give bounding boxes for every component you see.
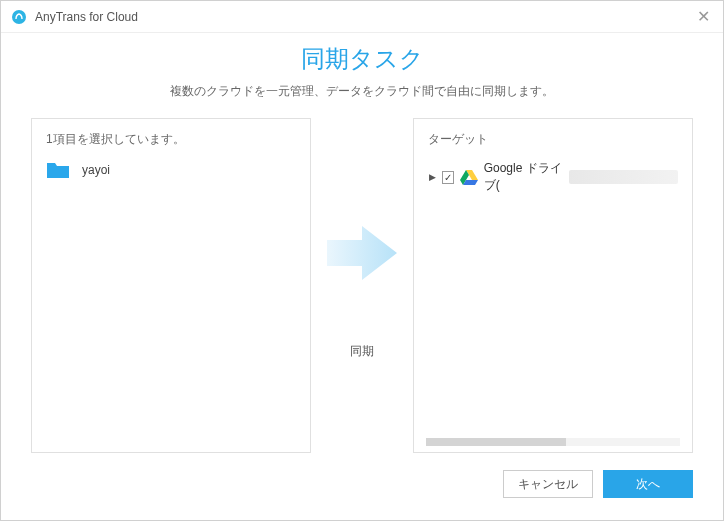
- page-subtitle: 複数のクラウドを一元管理、データをクラウド間で自由に同期します。: [1, 83, 723, 100]
- target-item[interactable]: ▶ ✓ Google ドライブ(: [428, 158, 678, 196]
- target-checkbox[interactable]: ✓: [442, 171, 453, 184]
- panels-row: 1項目を選択しています。 yayoi 同期: [1, 100, 723, 460]
- google-drive-icon: [460, 169, 478, 185]
- center-column: 同期: [311, 118, 413, 460]
- next-button[interactable]: 次へ: [603, 470, 693, 498]
- horizontal-scrollbar[interactable]: [426, 438, 680, 446]
- source-panel-header: 1項目を選択しています。: [46, 131, 296, 148]
- source-item-label: yayoi: [82, 163, 110, 177]
- close-icon[interactable]: ✕: [693, 7, 713, 27]
- target-panel-header: ターゲット: [428, 131, 678, 148]
- svg-point-0: [12, 10, 26, 24]
- cancel-button[interactable]: キャンセル: [503, 470, 593, 498]
- target-panel: ターゲット ▶ ✓ Google ドライブ(: [413, 118, 693, 453]
- source-panel: 1項目を選択しています。 yayoi: [31, 118, 311, 453]
- source-item[interactable]: yayoi: [46, 158, 296, 182]
- sync-label: 同期: [350, 343, 374, 360]
- app-icon: [11, 9, 27, 25]
- target-account-redacted: [569, 170, 678, 184]
- window-title: AnyTrans for Cloud: [35, 10, 138, 24]
- scrollbar-thumb[interactable]: [426, 438, 566, 446]
- expand-icon[interactable]: ▶: [428, 172, 436, 182]
- target-item-label: Google ドライブ(: [484, 160, 563, 194]
- titlebar: AnyTrans for Cloud ✕: [1, 1, 723, 33]
- page-title: 同期タスク: [1, 43, 723, 75]
- folder-icon: [46, 160, 70, 180]
- footer: キャンセル 次へ: [1, 460, 723, 498]
- arrow-icon: [322, 218, 402, 288]
